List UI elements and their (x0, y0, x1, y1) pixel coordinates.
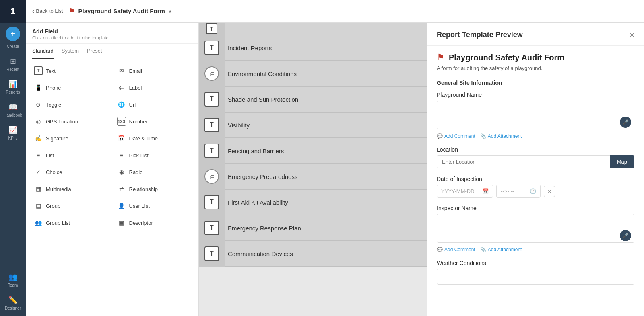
add-attachment-button-1[interactable]: 📎 Add Attachment (480, 133, 522, 139)
preview-form-icon: ⚑ (437, 52, 445, 63)
field-multimedia[interactable]: ▦ Multimedia (32, 182, 109, 196)
add-comment-label-1: Add Comment (444, 133, 475, 139)
field-gps-label: GPS Location (46, 119, 78, 125)
toggle-field-icon: ⊙ (34, 100, 43, 109)
field-list[interactable]: ≡ List (32, 148, 109, 162)
url-field-icon: 🌐 (117, 100, 126, 109)
fencing-icon-wrapper: T (199, 138, 225, 164)
label-field-icon: 🏷 (117, 83, 126, 92)
field-choice-label: Choice (46, 169, 62, 175)
chevron-down-icon[interactable]: ∨ (168, 8, 172, 14)
field-relationship[interactable]: ⇄ Relationship (116, 182, 192, 196)
list-item[interactable]: T (199, 23, 427, 35)
logo-text: 1 (10, 6, 15, 16)
list-item-incident[interactable]: T Incident Reports (199, 35, 427, 61)
nav-item-reports[interactable]: 📊 Reports (0, 76, 26, 98)
field-label[interactable]: 🏷 Label (116, 81, 192, 94)
tab-preset[interactable]: Preset (87, 44, 102, 59)
list-item-environmental[interactable]: 🏷 Environmental Conditions (199, 61, 427, 87)
field-phone[interactable]: 📱 Phone (32, 81, 109, 94)
emergency-icon-wrapper: 🏷 (199, 164, 225, 189)
list-item-firstaid[interactable]: T First Aid Kit Availability (199, 190, 427, 215)
field-number[interactable]: 123 Number (116, 115, 192, 128)
field-choice[interactable]: ✓ Choice (32, 165, 109, 179)
clear-date-button[interactable]: × (544, 186, 555, 197)
date-placeholder: YYYY-MM-DD (441, 188, 475, 194)
grouplist-field-icon: 👥 (34, 218, 43, 227)
field-text-label: Text (46, 68, 56, 74)
create-icon[interactable]: + (6, 27, 20, 41)
date-input[interactable]: YYYY-MM-DD 📅 (437, 185, 493, 198)
preview-close-button[interactable]: × (630, 31, 634, 39)
field-datetime-label: Date & Time (129, 135, 158, 142)
field-datetime[interactable]: 📅 Date & Time (116, 131, 192, 145)
designer-icon: ✏️ (8, 295, 17, 304)
playground-name-input[interactable] (437, 101, 634, 129)
shade-t-icon: T (204, 92, 219, 107)
list-item-fencing[interactable]: T Fencing and Barriers (199, 138, 427, 164)
nav-item-recent[interactable]: ⊞ Recent (0, 53, 26, 76)
field-multimedia-label: Multimedia (46, 186, 71, 192)
nav-item-kpis[interactable]: 📈 KPI's (0, 121, 26, 144)
content-area: Add Field Click on a field to add it to … (26, 23, 644, 316)
list-item-communication[interactable]: T Communication Devices (199, 241, 427, 267)
nav-item-handbook[interactable]: 📖 Handbook (0, 98, 26, 121)
list-item-emergency[interactable]: 🏷 Emergency Preparedness (199, 164, 427, 190)
clock-icon: 🕐 (530, 188, 536, 194)
tab-standard[interactable]: Standard (32, 44, 54, 59)
inspector-name-mic-button[interactable]: 🎤 (620, 230, 631, 241)
fields-sidebar: Add Field Click on a field to add it to … (26, 23, 199, 316)
add-comment-button-1[interactable]: 💬 Add Comment (437, 133, 475, 139)
nav-create-label: Create (7, 44, 19, 49)
incident-label: Incident Reports (225, 45, 272, 51)
add-attachment-button-2[interactable]: 📎 Add Attachment (480, 247, 522, 252)
field-gps[interactable]: ◎ GPS Location (32, 115, 109, 128)
list-item-response[interactable]: T Emergency Response Plan (199, 215, 427, 241)
tab-system[interactable]: System (62, 44, 79, 59)
phone-field-icon: 📱 (34, 83, 43, 92)
field-email[interactable]: ✉ Email (116, 64, 192, 78)
weather-input[interactable] (437, 269, 634, 285)
field-grouplist[interactable]: 👥 Group List (32, 216, 109, 230)
communication-label: Communication Devices (225, 250, 293, 257)
t-icon: T (206, 23, 217, 34)
group-field-icon: ▤ (34, 201, 43, 210)
map-button[interactable]: Map (610, 155, 634, 168)
preview-panel: Report Template Preview × ⚑ Playground S… (427, 23, 644, 316)
incident-icon-wrapper: T (199, 35, 225, 61)
add-comment-button-2[interactable]: 💬 Add Comment (437, 247, 475, 252)
field-descriptor[interactable]: ▣ Descriptor (116, 216, 192, 230)
time-input[interactable]: --:-- -- 🕐 (496, 185, 541, 198)
field-signature[interactable]: ✍ Signature (32, 131, 109, 145)
form-list: T T Incident Reports 🏷 Environmental Con… (199, 23, 427, 316)
list-field-icon: ≡ (34, 151, 43, 160)
playground-name-mic-button[interactable]: 🎤 (620, 117, 631, 128)
back-link[interactable]: Back to List (32, 8, 63, 15)
add-comment-label-2: Add Comment (444, 247, 475, 252)
list-item-visibility[interactable]: T Visibility (199, 113, 427, 138)
field-number-label: Number (129, 119, 148, 125)
field-text[interactable]: T Text (32, 64, 109, 78)
location-input[interactable] (437, 155, 610, 168)
nav-handbook-label: Handbook (4, 113, 22, 117)
nav-item-designer[interactable]: ✏️ Designer (0, 291, 26, 314)
field-group[interactable]: ▤ Group (32, 199, 109, 213)
communication-icon-wrapper: T (199, 241, 225, 267)
choice-field-icon: ✓ (34, 168, 43, 176)
preview-form-desc: A form for auditing the safety of a play… (437, 65, 634, 71)
field-picklist[interactable]: ≡ Pick List (116, 148, 192, 162)
list-item-icon: T (199, 23, 225, 35)
field-radio[interactable]: ◉ Radio (116, 165, 192, 179)
userlist-field-icon: 👤 (117, 201, 126, 210)
field-group-label: Group (46, 203, 60, 209)
environmental-label: Environmental Conditions (225, 70, 297, 77)
nav-item-create[interactable]: + Create (0, 23, 26, 53)
field-url[interactable]: 🌐 Url (116, 98, 192, 111)
field-userlist[interactable]: 👤 User List (116, 199, 192, 213)
list-item-shade[interactable]: T Shade and Sun Protection (199, 87, 427, 113)
inspector-name-input[interactable] (437, 214, 634, 243)
preview-form-name: Playground Safety Audit Form (449, 53, 564, 62)
firstaid-t-icon: T (204, 195, 219, 209)
field-toggle[interactable]: ⊙ Toggle (32, 98, 109, 111)
nav-item-team[interactable]: 👥 Team (0, 269, 26, 291)
